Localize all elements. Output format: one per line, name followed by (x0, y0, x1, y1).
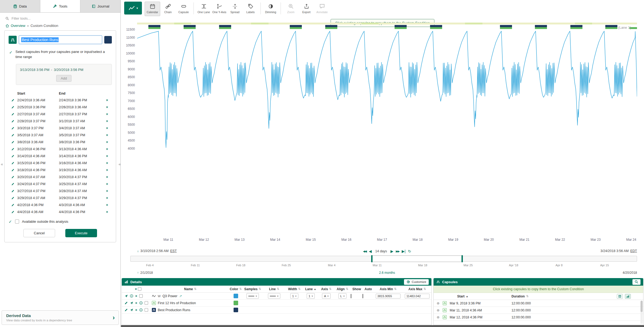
remove-capsule-icon[interactable]: × (101, 112, 108, 116)
capsule-bar-pale-highlight[interactable] (575, 23, 592, 24)
remove-item-icon[interactable]: × (135, 294, 137, 298)
edit-capsule-icon[interactable] (9, 189, 17, 193)
remove-capsule-icon[interactable]: × (101, 210, 108, 214)
stats-columns-icon[interactable] (625, 294, 631, 299)
capsules-col-duration[interactable]: Duration (511, 294, 525, 298)
remove-capsule-icon[interactable]: × (101, 196, 108, 200)
cancel-button[interactable]: Cancel (23, 229, 55, 237)
edit-capsule-icon[interactable] (9, 182, 17, 186)
home-icon[interactable] (5, 24, 9, 28)
capsule-row[interactable]: ⊕ Mar 11, 2018 4:36 AM 12:00:00.000 (434, 307, 643, 314)
overview-range-handle[interactable] (371, 256, 463, 262)
range-start-timezone[interactable]: EST (170, 249, 177, 253)
time-range-end[interactable]: 3/20/2018 3:56 PM (54, 68, 83, 72)
sort-icon[interactable]: ⇅ (329, 287, 331, 291)
sort-icon[interactable]: ⇅ (423, 287, 426, 291)
sort-icon[interactable]: ⇅ (346, 287, 348, 291)
line-width-dropdown[interactable]: 1▾ (290, 293, 298, 299)
edit-capsule-icon[interactable] (9, 210, 17, 214)
capsule-bar-pale-highlight[interactable] (465, 23, 482, 24)
remove-item-icon[interactable]: × (135, 308, 137, 312)
info-icon[interactable] (130, 294, 133, 298)
remove-capsule-icon[interactable]: × (101, 161, 108, 165)
row-checkbox[interactable] (139, 294, 143, 298)
step-forward-icon[interactable]: ▶▶ (396, 250, 399, 253)
remove-capsule-icon[interactable]: × (101, 168, 108, 172)
color-swatch[interactable] (234, 308, 238, 312)
sort-icon[interactable]: ⇅ (239, 287, 242, 291)
item-name[interactable]: Best Production Runs (158, 308, 190, 312)
col-line[interactable]: Line (269, 287, 276, 291)
send-to-icon[interactable] (130, 301, 133, 305)
remove-capsule-icon[interactable]: × (101, 182, 108, 186)
execute-button[interactable]: Execute (65, 229, 97, 237)
filter-tools-input[interactable] (12, 16, 115, 20)
remove-all-icon[interactable]: × (135, 287, 137, 291)
capsule-row[interactable]: ⊕ Mar 9, 2018 3:36 PM 12:00:00.000 (434, 300, 643, 307)
capsule-bar-pale-highlight[interactable] (251, 23, 269, 24)
info-icon[interactable] (139, 308, 143, 312)
axis-dropdown[interactable]: A▾ (322, 293, 330, 299)
breadcrumb-overview-link[interactable]: Overview (11, 24, 25, 28)
table-view-icon[interactable] (617, 294, 623, 299)
axis-max-input[interactable]: 11483.042 (405, 294, 430, 299)
collapse-left-icon[interactable]: « (1, 162, 3, 166)
tab-tools[interactable]: Tools (40, 0, 81, 12)
overview-scrollbar[interactable] (130, 256, 637, 262)
capsule-row[interactable]: ⊕ Mar 12, 2018 4:36 PM 12:00:00.000 (434, 314, 643, 321)
col-axis[interactable]: Axis (321, 287, 328, 291)
sort-icon[interactable]: ⇅ (298, 287, 300, 291)
edit-capsule-icon[interactable] (9, 168, 17, 172)
trend-chart[interactable] (137, 27, 637, 156)
col-width[interactable]: Width (288, 287, 297, 291)
line-style-dropdown[interactable]: ▾ (268, 293, 280, 299)
edit-capsule-icon[interactable] (9, 106, 17, 109)
sort-icon[interactable]: ⇅ (194, 287, 196, 291)
investigate-span[interactable]: 2.6 months (379, 271, 395, 275)
send-to-icon[interactable] (130, 308, 133, 312)
edit-icon[interactable] (124, 301, 128, 305)
lane-dropdown[interactable]: 1▾ (307, 293, 315, 299)
row-checkbox[interactable] (145, 301, 148, 305)
edit-capsule-icon[interactable] (9, 127, 17, 130)
sort-icon[interactable]: ⇅ (259, 287, 261, 291)
add-capsule-icon[interactable]: ⊕ (434, 315, 443, 319)
col-axis-min[interactable]: Axis Min (380, 287, 393, 291)
col-lane[interactable]: Lane (305, 287, 313, 291)
add-capsule-icon[interactable]: ⊕ (434, 308, 443, 312)
step-back-icon[interactable]: ◀◀ (363, 250, 366, 253)
row-checkbox[interactable] (145, 308, 148, 312)
remove-capsule-icon[interactable]: × (101, 189, 108, 193)
col-samples[interactable]: Samples (244, 287, 257, 291)
color-swatch[interactable] (234, 294, 238, 298)
edit-capsule-icon[interactable] (9, 120, 17, 123)
toolbar-spread-button[interactable]: Spread (227, 2, 243, 16)
remove-capsule-icon[interactable]: × (101, 126, 108, 130)
edit-capsule-icon[interactable] (9, 113, 17, 116)
remove-capsule-icon[interactable]: × (101, 154, 108, 158)
remove-capsule-icon[interactable]: × (101, 119, 108, 123)
add-button[interactable]: Add (56, 75, 71, 82)
tab-data[interactable]: Data (0, 0, 40, 12)
display-duration[interactable]: 14 days (375, 249, 387, 253)
edit-capsule-icon[interactable] (9, 175, 17, 179)
align-dropdown[interactable]: L▾ (338, 293, 346, 299)
item-name[interactable]: First 12 Hrs of Production (158, 301, 196, 305)
edit-capsule-icon[interactable] (9, 134, 17, 137)
color-swatch[interactable] (234, 301, 238, 305)
capsules-search-button[interactable] (632, 279, 641, 285)
condition-name-input[interactable]: Best Production Runs (19, 35, 102, 44)
edit-capsule-icon[interactable] (9, 203, 17, 207)
toolbar-chain-button[interactable]: Chain (160, 2, 176, 16)
customize-button[interactable]: Customize (404, 279, 429, 285)
condition-color-picker[interactable] (104, 36, 112, 44)
remove-capsule-icon[interactable]: × (101, 105, 108, 109)
capsules-scrollbar[interactable] (641, 301, 643, 324)
axis-min-input[interactable]: 3815.9055 (376, 294, 400, 299)
remove-item-icon[interactable]: × (135, 301, 137, 305)
sort-asc-icon[interactable]: ▲ (466, 295, 468, 298)
open-item-icon[interactable]: ↗ (179, 294, 182, 298)
send-to-icon[interactable] (124, 294, 128, 298)
pan-left-icon[interactable]: ◀ (369, 249, 372, 253)
col-axis-max[interactable]: Axis Max (408, 287, 422, 291)
